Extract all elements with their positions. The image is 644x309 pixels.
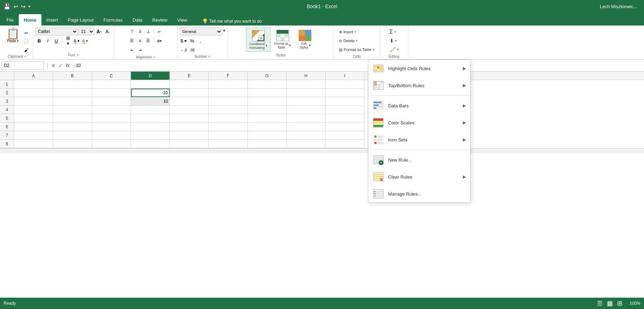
formula-confirm-icon[interactable]: ✓ <box>58 63 63 68</box>
copy-button[interactable]: 📄 <box>22 38 30 45</box>
cell-D8[interactable] <box>131 140 170 148</box>
fill-handle[interactable] <box>168 95 170 97</box>
percent-button[interactable]: % <box>188 37 196 45</box>
cell-I7[interactable] <box>326 131 364 140</box>
cell-H3[interactable] <box>287 97 326 106</box>
cell-F2[interactable] <box>209 89 248 97</box>
cell-G5[interactable] <box>248 114 287 123</box>
cell-I4[interactable] <box>326 106 364 114</box>
cell-B6[interactable] <box>53 123 92 131</box>
cell-A4[interactable] <box>14 106 53 114</box>
page-break-view-icon[interactable]: ⊞ <box>617 299 622 307</box>
cut-button[interactable]: ✂ <box>22 29 30 37</box>
menu-item-icon-sets[interactable]: Icon Sets ▶ <box>368 131 470 148</box>
format-cells-button[interactable]: ▤ Format as Table ▾ <box>337 45 377 54</box>
cell-I1[interactable] <box>326 80 364 89</box>
cell-H8[interactable] <box>287 140 326 148</box>
cell-I5[interactable] <box>326 114 364 123</box>
tab-data[interactable]: Data <box>128 14 147 26</box>
cell-E5[interactable] <box>170 114 209 123</box>
cell-G2[interactable] <box>248 89 287 97</box>
cell-B8[interactable] <box>53 140 92 148</box>
increase-font-button[interactable]: A+ <box>95 28 103 35</box>
cell-E6[interactable] <box>170 123 209 131</box>
menu-item-clear-rules[interactable]: Clear Rules ▶ <box>368 168 470 185</box>
col-header-I[interactable]: I <box>326 72 364 80</box>
row-header-8[interactable]: 8 <box>0 140 14 148</box>
alignment-expand[interactable]: ↗ <box>153 56 155 59</box>
cell-G6[interactable] <box>248 123 287 131</box>
select-all-corner[interactable] <box>0 72 14 80</box>
wrap-text-button[interactable]: ↵ <box>155 28 163 35</box>
cell-A7[interactable] <box>14 131 53 140</box>
cell-G8[interactable] <box>248 140 287 148</box>
delete-cells-button[interactable]: ⊖ Delete ▾ <box>337 36 377 45</box>
cell-H5[interactable] <box>287 114 326 123</box>
menu-item-data-bars[interactable]: Data Bars ▶ <box>368 97 470 114</box>
row-header-6[interactable]: 6 <box>0 123 14 131</box>
paste-button[interactable]: 📋 Paste ▾ <box>4 28 22 44</box>
clear-button[interactable]: 🧹 ▾ <box>387 45 401 54</box>
font-size-select[interactable]: 11 <box>79 28 94 35</box>
decrease-font-button[interactable]: A- <box>104 28 111 35</box>
cell-D1[interactable] <box>131 80 170 89</box>
redo-icon[interactable]: ↪ <box>21 3 25 10</box>
menu-item-color-scales[interactable]: Color Scales ▶ <box>368 114 470 131</box>
cell-F8[interactable] <box>209 140 248 148</box>
cell-H1[interactable] <box>287 80 326 89</box>
cell-F3[interactable] <box>209 97 248 106</box>
cell-D7[interactable] <box>131 131 170 140</box>
number-format-expand[interactable]: ▾ <box>223 28 225 35</box>
cell-F1[interactable] <box>209 80 248 89</box>
middle-align-button[interactable]: ≡ <box>136 28 144 35</box>
col-header-E[interactable]: E <box>170 72 209 80</box>
cell-A3[interactable] <box>14 97 53 106</box>
font-name-select[interactable]: Calibri <box>35 28 78 35</box>
cell-A8[interactable] <box>14 140 53 148</box>
cell-C3[interactable] <box>92 97 131 106</box>
tab-review[interactable]: Review <box>147 14 172 26</box>
left-align-button[interactable]: ☰ <box>128 37 136 45</box>
menu-item-top-bottom[interactable]: 10 Top/Bottom Rules ▶ <box>368 77 470 94</box>
cell-B1[interactable] <box>53 80 92 89</box>
tab-home[interactable]: Home <box>19 14 41 26</box>
cell-H4[interactable] <box>287 106 326 114</box>
format-as-table-button[interactable]: Format asTable ▾ <box>271 28 294 51</box>
cell-C8[interactable] <box>92 140 131 148</box>
tab-page-layout[interactable]: Page Layout <box>63 14 99 26</box>
menu-item-new-rule[interactable]: + New Rule... <box>368 151 470 168</box>
cell-D6[interactable] <box>131 123 170 131</box>
decrease-indent-button[interactable]: ⇤ <box>128 46 136 54</box>
cell-I6[interactable] <box>326 123 364 131</box>
fill-color-button[interactable]: A̲ ▾ <box>73 37 80 45</box>
save-icon[interactable]: 💾 <box>4 3 11 10</box>
row-header-4[interactable]: 4 <box>0 106 14 114</box>
tab-insert[interactable]: Insert <box>41 14 63 26</box>
comma-button[interactable]: , <box>197 37 205 45</box>
cell-E7[interactable] <box>170 131 209 140</box>
decrease-decimal-button[interactable]: ←.0 <box>180 46 188 54</box>
cell-E4[interactable] <box>170 106 209 114</box>
currency-button[interactable]: $ ▾ <box>180 37 188 45</box>
col-header-C[interactable]: C <box>92 72 131 80</box>
cell-F4[interactable] <box>209 106 248 114</box>
cell-styles-button[interactable]: CellStyles ▾ <box>294 28 316 51</box>
cell-B5[interactable] <box>53 114 92 123</box>
increase-indent-button[interactable]: ⇥ <box>136 46 144 54</box>
cell-G1[interactable] <box>248 80 287 89</box>
borders-button[interactable]: ⊞ ▾ <box>64 37 72 45</box>
bottom-align-button[interactable]: ⊥ <box>144 28 152 35</box>
row-header-7[interactable]: 7 <box>0 131 14 140</box>
cell-G3[interactable] <box>248 97 287 106</box>
cell-B7[interactable] <box>53 131 92 140</box>
top-align-button[interactable]: ⊤ <box>128 28 136 35</box>
col-header-A[interactable]: A <box>14 72 53 80</box>
clipboard-expand[interactable]: ↗ <box>24 55 27 58</box>
cell-G7[interactable] <box>248 131 287 140</box>
col-header-D[interactable]: D <box>131 72 170 80</box>
cell-G4[interactable] <box>248 106 287 114</box>
font-color-button[interactable]: A̲ ▾ <box>81 37 89 45</box>
page-layout-view-icon[interactable]: ▦ <box>607 299 613 307</box>
normal-view-icon[interactable]: ☰ <box>597 299 603 307</box>
cell-D4[interactable] <box>131 106 170 114</box>
